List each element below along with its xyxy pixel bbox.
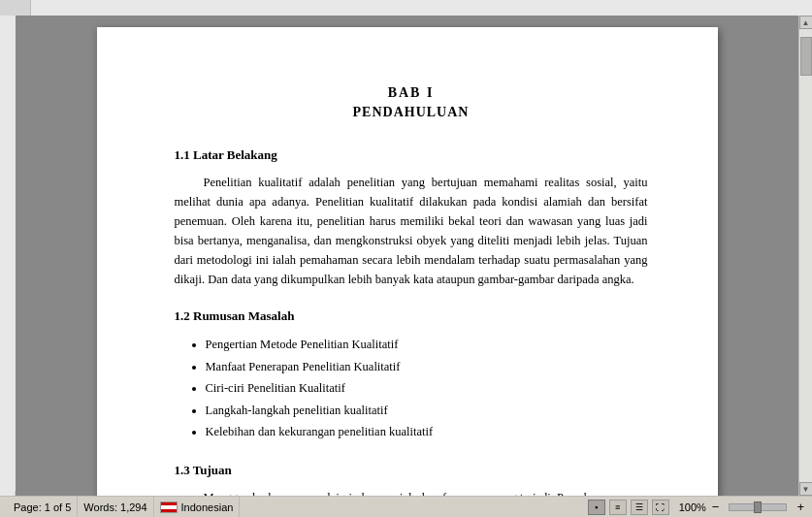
section-1-2-heading: 1.2 Rumusan Masalah <box>175 308 648 324</box>
view-fullscreen-button[interactable]: ⛶ <box>652 500 669 515</box>
status-bar: Page: 1 of 5 Words: 1,294 Indonesian ▪ ≡… <box>0 496 812 517</box>
ruler-vertical <box>0 16 16 496</box>
scroll-down-button[interactable]: ▼ <box>799 482 813 496</box>
zoom-minus-button[interactable]: − <box>712 500 720 514</box>
main-area: BAB I PENDAHULUAN 1.1 Latar Belakang Pen… <box>0 16 812 496</box>
zoom-level: 100% <box>679 501 706 513</box>
svg-rect-0 <box>31 0 812 16</box>
scroll-track[interactable] <box>799 29 813 482</box>
words-count: Words: 1,294 <box>83 501 146 513</box>
section-1-1-heading: 1.1 Latar Belakang <box>175 147 648 163</box>
document-scroll-area[interactable]: BAB I PENDAHULUAN 1.1 Latar Belakang Pen… <box>16 16 798 496</box>
svg-rect-1 <box>0 16 16 491</box>
status-right-controls: ▪ ≡ ☰ ⛶ 100% − + <box>588 500 804 515</box>
zoom-plus-button[interactable]: + <box>796 500 804 514</box>
bullet-item: Pengertian Metode Penelitian Kualitatif <box>206 334 648 356</box>
bullet-item: Kelebihan dan kekurangan penelitian kual… <box>206 421 648 443</box>
bullet-item: Langkah-langkah penelitian kualitatif <box>206 400 648 422</box>
view-outline-button[interactable]: ☰ <box>631 500 648 515</box>
language-label: Indonesian <box>181 501 234 513</box>
language-section[interactable]: Indonesian <box>154 497 241 517</box>
bullet-item: Ciri-ciri Penelitian Kualitatif <box>206 377 648 400</box>
bullet-item: Manfaat Penerapan Penelitian Kualitatif <box>206 356 648 378</box>
scroll-up-button[interactable]: ▲ <box>799 16 813 29</box>
zoom-slider[interactable] <box>729 503 787 511</box>
section-1-3-paragraph: Menggambarkan, mempelajari, dan menjelas… <box>175 488 648 497</box>
scrollbar-right[interactable]: ▲ ▼ <box>798 16 812 496</box>
section-1-3-heading: 1.3 Tujuan <box>175 463 648 478</box>
page-info-section: Page: 1 of 5 <box>8 497 78 517</box>
section-1-2-bullets: Pengertian Metode Penelitian Kualitatif … <box>206 334 648 443</box>
view-web-button[interactable]: ≡ <box>609 500 627 515</box>
ruler-top: // This will be rendered via JS below <box>0 0 812 16</box>
language-flag-icon <box>160 501 178 513</box>
view-normal-button[interactable]: ▪ <box>588 500 605 515</box>
chapter-title: PENDAHULUAN <box>175 105 648 120</box>
page-info: Page: 1 of 5 <box>14 501 71 513</box>
section-1-1-paragraph: Penelitian kualitatif adalah penelitian … <box>175 173 648 289</box>
words-info-section: Words: 1,294 <box>78 497 153 517</box>
ruler-corner <box>0 0 31 16</box>
scroll-thumb[interactable] <box>800 37 812 76</box>
document-page: BAB I PENDAHULUAN 1.1 Latar Belakang Pen… <box>97 27 718 496</box>
ruler-horizontal: // This will be rendered via JS below <box>31 0 812 16</box>
zoom-slider-thumb[interactable] <box>754 501 762 513</box>
chapter-number: BAB I <box>175 85 648 101</box>
